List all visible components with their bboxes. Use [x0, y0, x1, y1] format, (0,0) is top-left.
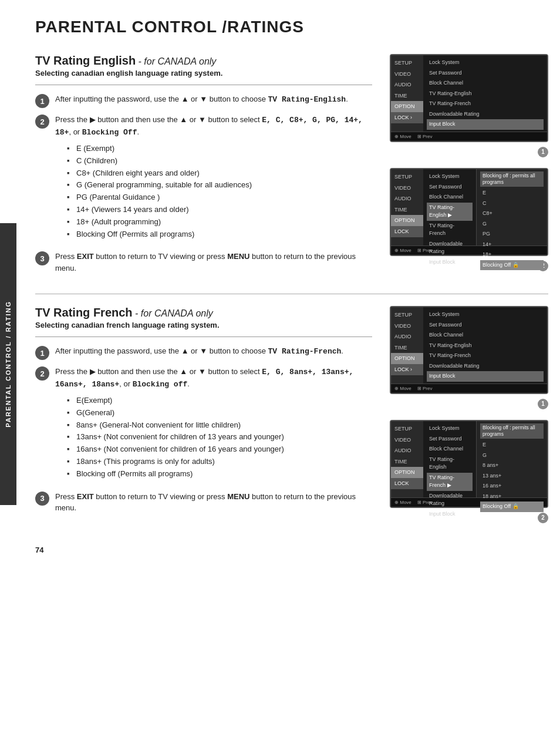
tv3-lock: LOCK ›: [391, 364, 423, 375]
tv3-set-password: Set Password: [427, 320, 544, 331]
tv4-8ans: 8 ans+: [480, 460, 544, 471]
bullet-item: E (Exempt): [67, 143, 372, 155]
tv2-time: TIME: [391, 204, 423, 216]
tv4-input-block: Input Block: [427, 509, 473, 520]
tv2-block-channel: Block Channel: [427, 192, 473, 203]
tv2-move-label: ⊕ Move: [394, 248, 411, 253]
screen4-circle: 2: [538, 513, 548, 523]
tv-menu-time: TIME: [391, 90, 423, 102]
s2-bullet-item: E(Exempt): [67, 395, 372, 407]
tv-sub-4: Blocking off : permits all programs E G …: [476, 421, 547, 497]
tv4-video: VIDEO: [391, 435, 423, 446]
tv4-prev-label: ⊞ Prev: [417, 500, 433, 505]
s2-step3-content: Press EXIT button to return to TV viewin…: [55, 491, 372, 514]
s2-step-number-3: 3: [35, 492, 49, 506]
section2-step1: 1 After inputting the password, use the …: [35, 345, 372, 360]
tv4-move-label: ⊕ Move: [394, 500, 411, 505]
section1-heading: TV Rating English - for CANADA only: [35, 54, 372, 68]
screen3-circle: 1: [538, 399, 548, 409]
tv-footer-3: ⊕ Move ⊞ Prev: [391, 383, 547, 393]
tv3-option: OPTION: [391, 353, 423, 364]
tv-menu-audio: AUDIO: [391, 79, 423, 90]
tv2-tv-rating-english: TV Rating-English ▶: [427, 203, 473, 221]
steps-container-1: 1 After inputting the password, use the …: [35, 93, 372, 274]
tv-screen-1: SETUP VIDEO AUDIO TIME OPTION LOCK › Loc…: [390, 54, 548, 142]
tv-sidebar-4: SETUP VIDEO AUDIO TIME OPTION LOCK: [391, 421, 423, 497]
tv2-set-password: Set Password: [427, 182, 473, 193]
tv2-sub-header: Blocking off : permits all programs: [480, 171, 544, 187]
tv3-prev-label: ⊞ Prev: [417, 386, 433, 391]
section1-step1: 1 After inputting the password, use the …: [35, 93, 372, 108]
tv-menu-video: VIDEO: [391, 69, 423, 80]
tv4-setup: SETUP: [391, 423, 423, 435]
tv-main-4: Lock System Set Password Block Channel T…: [423, 421, 476, 497]
page-number: 74: [35, 546, 548, 554]
side-tab-label: PARENTAL CONTROL / RATING: [5, 301, 12, 428]
section-left-1: TV Rating English - for CANADA only Sele…: [35, 54, 372, 276]
tv-item-input-block: Input Block: [427, 119, 544, 130]
section-right-1: SETUP VIDEO AUDIO TIME OPTION LOCK › Loc…: [384, 54, 548, 276]
tv-prev-label: ⊞ Prev: [417, 134, 433, 139]
tv-main-1: Lock System Set Password Block Channel T…: [423, 55, 547, 132]
tv2-18: 18+: [480, 250, 544, 260]
tv-item-tv-rating-french: TV Rating-French: [427, 99, 544, 109]
section2-step2: 2 Press the ▶ button and then use the ▲ …: [35, 366, 372, 485]
tv2-downloadable: Downloadable Rating: [427, 239, 473, 257]
tv4-lock: LOCK: [391, 478, 423, 489]
tv-inner-4: SETUP VIDEO AUDIO TIME OPTION LOCK Lock …: [391, 421, 547, 497]
tv2-pg: PG: [480, 229, 544, 240]
step-number-2: 2: [35, 115, 49, 129]
tv4-downloadable: Downloadable Rating: [427, 491, 473, 509]
s2-bullet-item: 18ans+ (This programs is only for adults…: [67, 456, 372, 468]
tv2-setup: SETUP: [391, 171, 423, 183]
tv4-13ans: 13 ans+: [480, 471, 544, 482]
step-number-1: 1: [35, 94, 49, 108]
tv-sub-2: Blocking off : permits all programs E C …: [476, 169, 547, 245]
tv-main-3: Lock System Set Password Block Channel T…: [423, 307, 547, 383]
section-layout-2: TV Rating French - for CANADA only Selec…: [35, 306, 548, 528]
tv-item-set-password: Set Password: [427, 68, 544, 79]
section-right-2: SETUP VIDEO AUDIO TIME OPTION LOCK › Loc…: [384, 306, 548, 528]
steps-container-2: 1 After inputting the password, use the …: [35, 345, 372, 514]
tv-item-downloadable: Downloadable Rating: [427, 109, 544, 120]
step3-content: Press EXIT button to return to TV viewin…: [55, 251, 372, 274]
tv2-blocking-off: Blocking Off 🔒: [480, 260, 544, 271]
tv3-block-channel: Block Channel: [427, 330, 544, 341]
tv-wrapper-4: SETUP VIDEO AUDIO TIME OPTION LOCK Lock …: [390, 420, 548, 523]
section1-bullets: E (Exempt) C (Children) C8+ (Children ei…: [67, 143, 372, 240]
tv-inner-3: SETUP VIDEO AUDIO TIME OPTION LOCK › Loc…: [391, 307, 547, 383]
tv3-move-label: ⊕ Move: [394, 386, 411, 391]
tv4-lock-system: Lock System: [427, 423, 473, 434]
tv2-c8: C8+: [480, 208, 544, 219]
tv-sidebar-2: SETUP VIDEO AUDIO TIME OPTION LOCK: [391, 169, 423, 245]
tv2-c: C: [480, 198, 544, 209]
tv4-tv-rating-english: TV Rating-English: [427, 455, 473, 473]
tv3-tv-rating-french: TV Rating-French: [427, 351, 544, 361]
tv2-lock: LOCK: [391, 226, 423, 237]
tv2-14: 14+: [480, 240, 544, 250]
screen1-circle: 1: [538, 147, 548, 157]
tv4-tv-rating-french: TV Rating-French ▶: [427, 473, 473, 491]
page-title: PARENTAL CONTROL /RATINGS: [35, 18, 548, 36]
section-layout-1: TV Rating English - for CANADA only Sele…: [35, 54, 548, 276]
tv3-time: TIME: [391, 342, 423, 354]
s2-step-number-2: 2: [35, 366, 49, 381]
tv4-time: TIME: [391, 456, 423, 467]
main-content: PARENTAL CONTROL /RATINGS TV Rating Engl…: [23, 0, 560, 572]
bullet-item: Blocking Off (Permits all programs): [67, 228, 372, 241]
tv-menu-option: OPTION: [391, 101, 423, 112]
section2-heading: TV Rating French - for CANADA only: [35, 306, 372, 319]
s2-step1-content: After inputting the password, use the ▲ …: [55, 345, 372, 358]
tv-move-label: ⊕ Move: [394, 134, 411, 139]
tv4-block-channel: Block Channel: [427, 444, 473, 455]
tv4-e: E: [480, 440, 544, 450]
section2-subtitle: Selecting canadian french language ratin…: [35, 321, 372, 329]
tv-item-tv-rating-english: TV Rating-English: [427, 89, 544, 99]
s2-bullet-item: 8ans+ (General-Not convenient for little…: [67, 419, 372, 432]
section-tv-rating-french: TV Rating French - for CANADA only Selec…: [35, 306, 548, 528]
tv-sidebar-1: SETUP VIDEO AUDIO TIME OPTION LOCK ›: [391, 55, 423, 132]
tv3-tv-rating-english: TV Rating-English: [427, 341, 544, 351]
s2-bullet-item: G(General): [67, 407, 372, 419]
tv3-lock-system: Lock System: [427, 309, 544, 320]
section2-divider: [35, 337, 372, 337]
